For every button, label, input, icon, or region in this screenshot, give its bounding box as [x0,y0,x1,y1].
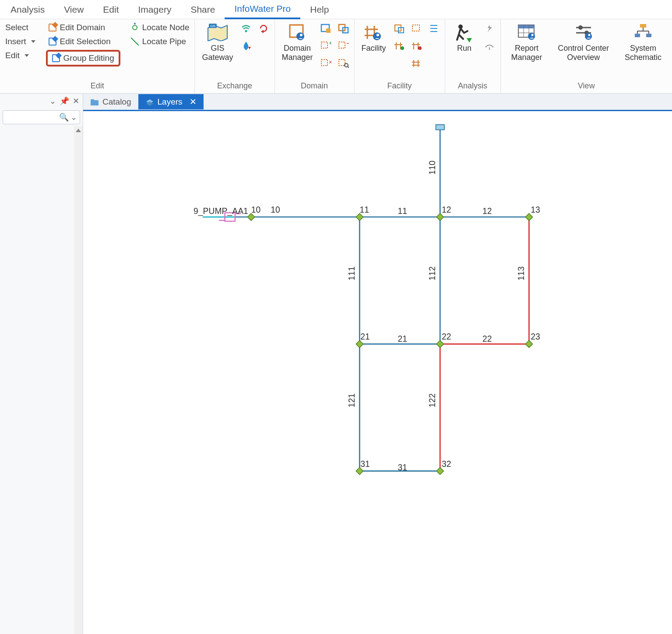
wifi-icon[interactable] [239,22,253,35]
svg-point-58 [578,25,583,30]
scroll-up-icon[interactable] [76,129,81,132]
tab-edit[interactable]: Edit [93,1,128,18]
svg-text:+: + [329,41,331,46]
insert-button[interactable]: Insert [3,36,38,47]
facility-tool-5[interactable] [410,39,423,53]
facility-tool-2[interactable] [410,22,423,35]
select-minus-icon[interactable]: − [337,39,350,53]
caret-icon [25,54,29,57]
schematic-icon [631,22,655,43]
pump-label: 9_PUMP_AA1 [194,206,248,216]
svg-point-55 [531,34,533,36]
facility-tool-3[interactable] [427,22,440,35]
locate-pipe-button[interactable]: Locate Pipe [128,36,192,47]
panel-dropdown-icon[interactable]: ⌄ [49,96,56,106]
gis-gateway-button[interactable]: GIS GIS Gateway [197,22,237,62]
select-frame-icon[interactable] [337,22,350,35]
svg-rect-13 [321,42,327,48]
edit-icon [52,54,60,62]
group-label-edit: Edit [0,80,194,93]
search-icon[interactable]: 🔍 [59,112,69,122]
edit-button[interactable]: Edit [3,50,38,61]
svg-rect-74 [436,125,444,130]
svg-point-41 [418,46,422,50]
pipe-12: 12 [482,206,492,216]
pipe-110: 110 [427,161,437,175]
facility-tool-6[interactable] [410,57,423,70]
select-button[interactable]: Select [3,22,38,33]
tab-share[interactable]: Share [181,1,225,18]
sync-icon[interactable] [257,22,270,35]
edit-domain-button[interactable]: Edit Domain [46,22,120,33]
svg-text:×: × [329,59,331,66]
facility-icon [362,22,386,43]
node-12: 12 [442,205,451,214]
run-tool-2[interactable] [483,39,496,53]
tab-view[interactable]: View [54,1,93,18]
map-icon: GIS [205,22,230,43]
table-icon [514,22,539,43]
domain-manager-button[interactable]: Domain Manager [278,22,317,62]
search-dropdown-icon[interactable]: ⌄ [70,112,77,122]
control-center-button[interactable]: Control Center Overview [553,22,613,62]
svg-point-7 [296,32,304,40]
tab-catalog[interactable]: Catalog [83,95,138,109]
tab-layers[interactable]: Layers ✕ [138,94,204,109]
select-plus-icon[interactable]: + [319,39,332,53]
panel-pin-icon[interactable]: 📌 [60,96,69,106]
run-button[interactable]: Run [448,22,481,53]
edit-selection-button[interactable]: Edit Selection [46,36,120,47]
pipe-22: 22 [482,334,492,343]
folder-icon [90,98,99,105]
layers-icon [145,98,154,105]
tab-help[interactable]: Help [300,1,338,18]
node-13: 13 [531,205,540,214]
svg-point-3 [245,30,247,32]
sliders-icon [571,22,596,43]
select-rect-icon[interactable] [319,22,332,35]
tab-analysis[interactable]: Analysis [1,1,54,18]
tank-symbol [436,125,444,130]
pipe-113: 113 [516,266,526,280]
svg-point-60 [585,33,592,40]
tab-infowater-pro[interactable]: InfoWater Pro [225,0,300,19]
tab-close-icon[interactable]: ✕ [190,97,197,107]
select-clear-icon[interactable]: × [319,57,332,70]
pipe-11: 11 [398,206,407,216]
search-box[interactable]: 🔍 ⌄ [3,110,80,124]
facility-button[interactable]: Facility [357,22,391,53]
node-32: 32 [442,459,451,469]
group-label-view: View [501,80,672,93]
ribbon: Select Insert Edit Edit Domain Edit Sele… [0,19,672,94]
system-schematic-button[interactable]: System Schematic [620,22,666,62]
svg-point-37 [401,46,404,50]
svg-rect-17 [321,60,327,66]
facility-tool-1[interactable] [392,22,405,35]
search-input[interactable] [6,113,59,122]
run-icon [452,22,477,43]
svg-marker-47 [467,38,472,42]
map-canvas[interactable]: 9_PUMP_AA1 10 10 11 11 12 12 13 110 111 … [83,111,672,634]
drop-icon[interactable] [239,39,253,53]
svg-rect-70 [91,99,94,101]
svg-point-61 [588,34,590,36]
group-label-domain: Domain [275,80,354,93]
scrollbar[interactable] [74,126,83,634]
facility-tool-4[interactable] [392,39,405,53]
panel-close-icon[interactable]: ✕ [73,96,79,106]
group-label-facility: Facility [355,80,445,93]
domain-icon [285,22,310,43]
node-21: 21 [360,332,370,342]
select-zoom-icon[interactable] [337,57,350,70]
tab-imagery[interactable]: Imagery [129,1,181,18]
run-tool-1[interactable] [483,22,496,35]
report-manager-button[interactable]: Report Manager [507,22,546,62]
node-11: 11 [359,205,369,214]
group-editing-button[interactable]: Group Editing [46,50,120,67]
node-22: 22 [442,332,451,342]
svg-rect-63 [635,34,640,37]
pencil-icon [49,38,56,46]
svg-text:−: − [346,41,349,48]
locate-node-button[interactable]: Locate Node [128,22,192,33]
side-panel: ⌄ 📌 ✕ 🔍 ⌄ [0,94,83,634]
